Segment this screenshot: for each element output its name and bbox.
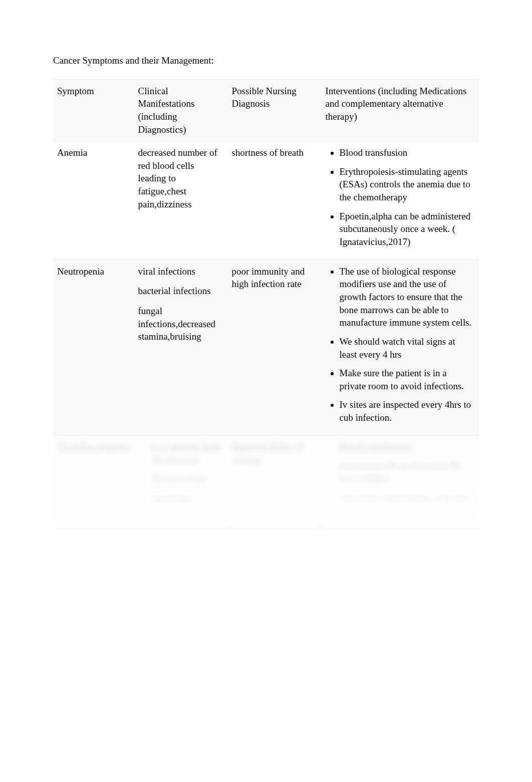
interventions-list: Blood transfusion Erythropoiesis-stimula… xyxy=(326,146,475,248)
cell-diagnosis: shortness of breath xyxy=(228,141,322,259)
col-header-interventions: Interventions (including Medications and… xyxy=(322,79,479,141)
manifestations-list: Low platelet from the marrows Blood in u… xyxy=(138,441,224,504)
cell-manifestations: decreased number of red blood cells lead… xyxy=(134,141,228,259)
cell-diagnosis: Impaired ability of clotting xyxy=(228,435,322,528)
cell-manifestations: Low platelet from the marrows Blood in u… xyxy=(134,435,228,528)
col-header-symptom: Symptom xyxy=(53,79,134,141)
symptoms-table: Symptom Clinical Manifestations (includi… xyxy=(53,79,479,529)
list-item: We should watch vital signs at least eve… xyxy=(340,335,475,361)
list-item: Make sure the patient is in a private ro… xyxy=(340,367,475,392)
list-item: Epoetin,alpha can be administered subcut… xyxy=(340,210,475,248)
table-header-row: Symptom Clinical Manifestations (includi… xyxy=(53,79,479,141)
cell-interventions: Blood transfusion Erythropoiesis-stimula… xyxy=(322,141,479,259)
list-item: Blood transfusion xyxy=(340,146,475,159)
list-item: Iv sites are inspected every 4hrs to cub… xyxy=(340,398,475,424)
cell-symptom: Thrombocytopenia xyxy=(53,435,134,528)
table-row: Thrombocytopenia Low platelet from the m… xyxy=(53,435,479,528)
manifestation-paragraph: fungal infections,decreased stamina,brui… xyxy=(138,305,224,343)
list-item: The use of biological response modifiers… xyxy=(340,265,475,329)
cell-manifestations: viral infections bacterial infections fu… xyxy=(134,259,228,435)
list-item: Oprelvekin (interleukin) drug that aids … xyxy=(340,491,475,517)
manifestation-paragraph: bacterial infections xyxy=(138,285,224,298)
list-item: Low platelet from the marrows xyxy=(152,441,224,466)
page-title: Cancer Symptoms and their Management: xyxy=(53,54,479,67)
interventions-list: Blood transfusions Corticosteroids used … xyxy=(326,441,475,517)
list-item: Blood in urine xyxy=(152,472,224,485)
list-item: Headaches xyxy=(152,491,224,504)
interventions-list: The use of biological response modifiers… xyxy=(326,265,475,424)
cell-symptom: Anemia xyxy=(53,141,134,259)
cell-symptom: Neutropenia xyxy=(53,259,134,435)
cell-diagnosis: poor immunity and high infection rate xyxy=(228,259,322,435)
table-row: Anemia decreased number of red blood cel… xyxy=(53,141,479,259)
list-item: Blood transfusions xyxy=(340,441,475,454)
col-header-manifestations: Clinical Manifestations (including Diagn… xyxy=(134,79,228,141)
list-item: Erythropoiesis-stimulating agents (ESAs)… xyxy=(340,165,475,204)
manifestation-paragraph: viral infections xyxy=(138,265,224,278)
list-item: Corticosteroids used to treat the loss o… xyxy=(340,459,475,485)
cell-interventions: The use of biological response modifiers… xyxy=(322,259,479,435)
col-header-diagnosis: Possible Nursing Diagnosis xyxy=(228,79,322,141)
cell-interventions: Blood transfusions Corticosteroids used … xyxy=(322,435,479,528)
table-row: Neutropenia viral infections bacterial i… xyxy=(53,259,479,435)
